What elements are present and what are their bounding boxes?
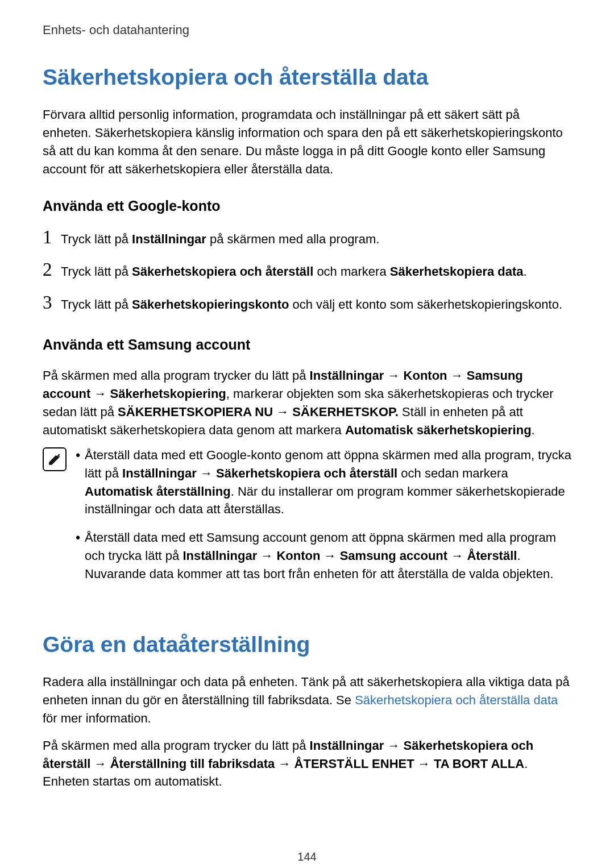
note-item: • Återställ data med ett Samsung account… (71, 529, 571, 583)
note-item: • Återställ data med ett Google-konto ge… (71, 446, 571, 519)
svg-line-0 (49, 454, 59, 464)
subheading-samsung-account: Använda ett Samsung account (43, 337, 571, 353)
step-text: Tryck lätt på Inställningar på skärmen m… (61, 229, 571, 248)
note-block: • Återställ data med ett Google-konto ge… (43, 446, 571, 593)
note-item-text: Återställ data med ett Google-konto geno… (85, 446, 571, 519)
bullet: • (71, 529, 85, 583)
subheading-google-account: Använda ett Google-konto (43, 198, 571, 214)
step-number: 3 (43, 293, 61, 312)
step-text: Tryck lätt på Säkerhetskopiera och åters… (61, 261, 571, 281)
reset-paragraph-2: På skärmen med alla program trycker du l… (43, 737, 571, 791)
intro-paragraph: Förvara alltid personlig information, pr… (43, 106, 571, 178)
step-number: 1 (43, 228, 61, 247)
step-text: Tryck lätt på Säkerhetskopieringskonto o… (61, 294, 571, 314)
step-item: 3 Tryck lätt på Säkerhetskopieringskonto… (43, 293, 571, 314)
note-icon-wrap (43, 446, 71, 471)
note-icon (43, 447, 67, 471)
heading-data-reset: Göra en dataåterställning (43, 632, 571, 657)
bullet: • (71, 446, 85, 519)
note-item-text: Återställ data med ett Samsung account g… (85, 529, 571, 583)
link-backup-restore[interactable]: Säkerhetskopiera och återställa data (355, 693, 558, 707)
svg-line-1 (52, 456, 60, 464)
document-page: Enhets- och datahantering Säkerhetskopie… (0, 0, 614, 863)
breadcrumb: Enhets- och datahantering (43, 23, 571, 38)
step-item: 2 Tryck lätt på Säkerhetskopiera och åte… (43, 260, 571, 281)
note-items: • Återställ data med ett Google-konto ge… (71, 446, 571, 593)
reset-paragraph-1: Radera alla inställningar och data på en… (43, 673, 571, 728)
page-number: 144 (43, 850, 571, 863)
step-item: 1 Tryck lätt på Inställningar på skärmen… (43, 228, 571, 248)
heading-backup-restore: Säkerhetskopiera och återställa data (43, 65, 571, 90)
samsung-paragraph: På skärmen med alla program trycker du l… (43, 367, 571, 439)
steps-list: 1 Tryck lätt på Inställningar på skärmen… (43, 228, 571, 314)
step-number: 2 (43, 260, 61, 279)
